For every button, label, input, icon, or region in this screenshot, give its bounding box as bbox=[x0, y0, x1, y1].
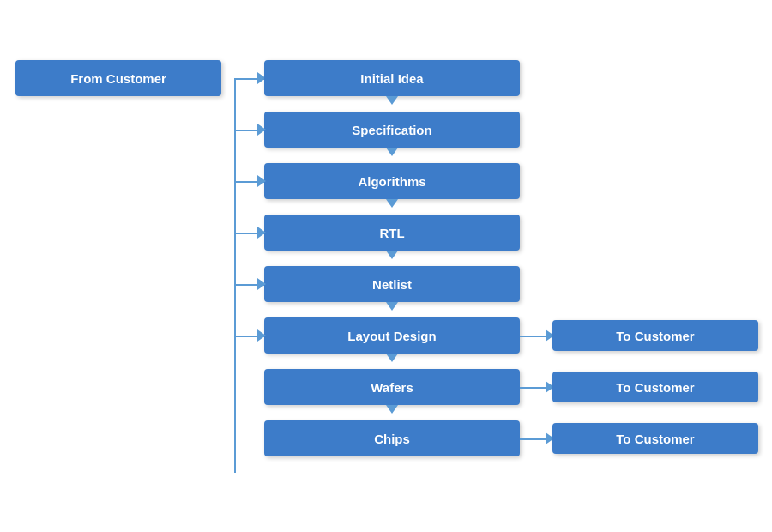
layout-design-box: Layout Design bbox=[264, 317, 520, 354]
to-customer-box-3: To Customer bbox=[552, 423, 758, 454]
arrow-to-specification bbox=[257, 124, 266, 136]
to-customer-box-2: To Customer bbox=[552, 372, 758, 402]
netlist-label: Netlist bbox=[372, 277, 412, 292]
arrow-down-6 bbox=[386, 354, 398, 362]
arrow-to-algorithms bbox=[257, 175, 266, 187]
from-customer-label: From Customer bbox=[70, 71, 166, 86]
initial-idea-box: Initial Idea bbox=[264, 60, 520, 96]
specification-label: Specification bbox=[352, 123, 431, 137]
arrow-to-rtl bbox=[257, 227, 266, 239]
arrow-down-3 bbox=[386, 199, 398, 208]
to-customer-1-label: To Customer bbox=[616, 329, 694, 343]
wafers-label: Wafers bbox=[371, 380, 413, 395]
rtl-box: RTL bbox=[264, 215, 520, 251]
chips-label: Chips bbox=[374, 432, 410, 446]
arrow-down-2 bbox=[386, 148, 398, 156]
initial-idea-label: Initial Idea bbox=[360, 71, 423, 86]
chips-box: Chips bbox=[264, 420, 520, 456]
to-customer-2-label: To Customer bbox=[616, 380, 694, 395]
arrow-to-layout bbox=[257, 329, 266, 342]
vertical-main-line bbox=[234, 78, 236, 473]
algorithms-box: Algorithms bbox=[264, 163, 520, 199]
netlist-box: Netlist bbox=[264, 266, 520, 302]
to-customer-box-1: To Customer bbox=[552, 320, 758, 351]
layout-design-label: Layout Design bbox=[347, 329, 436, 343]
arrow-down-1 bbox=[386, 96, 398, 105]
arrow-down-5 bbox=[386, 302, 398, 311]
arrow-to-netlist bbox=[257, 278, 266, 290]
algorithms-label: Algorithms bbox=[358, 174, 425, 189]
diagram-container: From Customer Initial Idea Specification… bbox=[0, 0, 772, 532]
from-customer-box: From Customer bbox=[15, 60, 221, 96]
to-customer-3-label: To Customer bbox=[616, 432, 694, 446]
arrow-down-4 bbox=[386, 251, 398, 259]
arrow-down-7 bbox=[386, 405, 398, 414]
rtl-label: RTL bbox=[379, 226, 404, 240]
wafers-box: Wafers bbox=[264, 369, 520, 405]
specification-box: Specification bbox=[264, 112, 520, 148]
